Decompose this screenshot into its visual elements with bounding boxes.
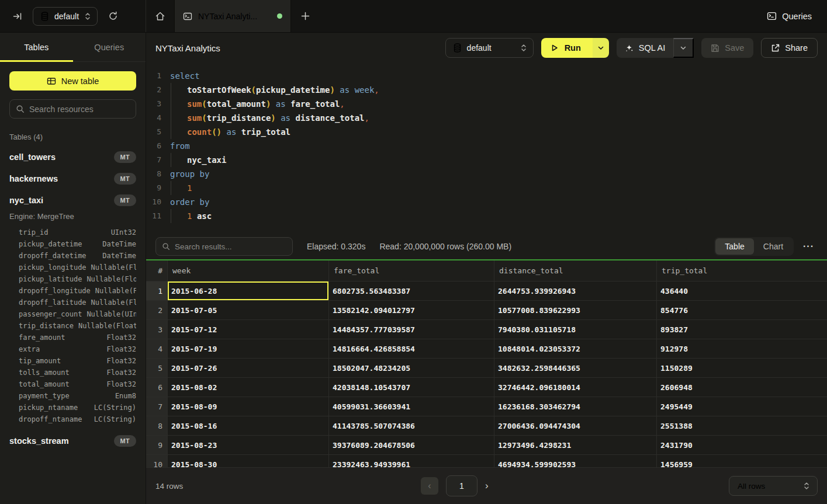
table-cell[interactable]: 41143785.507074386 [329,416,494,435]
new-tab-button[interactable] [291,0,319,32]
page-size-select[interactable]: All rows [729,476,818,496]
sql-editor[interactable]: 1select2toStartOfWeek(pickup_datetime) a… [146,63,827,234]
table-cell[interactable]: 2606948 [657,378,827,397]
table-cell[interactable]: 6802735.563483387 [329,281,494,300]
row-number: 5 [146,359,168,377]
table-cell[interactable]: 2015-08-16 [168,416,329,435]
table-cell[interactable]: 893827 [657,320,827,339]
sidebar-item-cell_towers[interactable]: cell_towersMT [9,151,136,163]
token: , [340,99,344,109]
database-icon [453,43,462,53]
table-cell[interactable]: 2015-07-12 [168,320,329,339]
table-row: 22015-07-0513582142.09401279710577008.83… [146,301,827,320]
view-tab-table[interactable]: Table [715,238,753,255]
run-button[interactable]: Run [541,38,593,58]
table-cell[interactable]: 42038148.10543707 [329,378,494,397]
tables-list: cell_towersMThackernewsMTnyc_taxiMTEngin… [9,151,136,447]
code-text: order by [170,195,209,209]
table-cell[interactable]: 14816664.426858854 [329,339,494,358]
share-button[interactable]: Share [761,38,818,58]
collapse-sidebar-button[interactable] [13,12,22,21]
column-type: DateTime [102,252,136,260]
refresh-button[interactable] [108,11,118,21]
current-page-indicator[interactable]: 1 [446,475,477,496]
header-cell-distance_total[interactable]: distance_total [494,260,657,281]
database-select[interactable]: default [33,7,98,26]
refresh-icon [108,11,118,21]
code-text: toStartOfWeek(pickup_datetime) as week, [170,83,379,97]
line-number: 5 [146,125,161,139]
table-cell[interactable]: 10848014.023053372 [494,339,657,358]
column-name: dropoff_latitude [19,298,86,307]
table-cell[interactable]: 27006436.094474304 [494,416,657,435]
more-options-button[interactable]: ··· [800,241,818,252]
previous-page-button[interactable]: ‹ [421,477,438,495]
table-cell[interactable]: 4694934.599902593 [494,455,657,467]
table-cell[interactable]: 13582142.094012797 [329,301,494,319]
run-button-label: Run [565,43,581,53]
column-type: Float32 [106,369,136,377]
token: distance_total [295,113,364,123]
table-cell[interactable]: 3482632.2598446365 [494,359,657,377]
search-results-input[interactable] [175,242,286,251]
home-button[interactable] [146,0,174,32]
sql-ai-options-button[interactable] [673,38,694,58]
table-cell[interactable]: 912978 [657,339,827,358]
table-cell[interactable]: 18502047.48234205 [329,359,494,377]
run-options-button[interactable] [593,38,609,58]
topbar-right-section: Queries [767,0,827,32]
header-cell-trip_total[interactable]: trip_total [657,260,827,281]
table-cell[interactable]: 16236168.303462794 [494,397,657,416]
table-cell[interactable]: 14484357.777039587 [329,320,494,339]
sidebar-content: New table Tables (4) cell_towersMThacker… [0,62,146,504]
save-button[interactable]: Save [701,38,753,58]
table-cell[interactable]: 2015-08-02 [168,378,329,397]
row-number: 7 [146,397,168,416]
app-window: default NYTaxi Analyti.. [0,0,827,504]
table-cell[interactable]: 2015-07-19 [168,339,329,358]
table-cell[interactable]: 2015-07-26 [168,359,329,377]
sidebar-item-stocks_stream[interactable]: stocks_streamMT [9,435,136,447]
code-text: 1 [170,181,192,195]
new-table-button[interactable]: New table [9,71,136,91]
table-cell[interactable]: 7940380.031105718 [494,320,657,339]
sidebar-item-nyc_taxi[interactable]: nyc_taxiMT [9,194,136,206]
table-cell[interactable]: 39376089.204678506 [329,436,494,454]
table-cell[interactable]: 2495449 [657,397,827,416]
tab-tables[interactable]: Tables [0,33,73,61]
table-cell[interactable]: 1456959 [657,455,827,467]
next-page-button[interactable]: › [485,480,489,492]
table-cell[interactable]: 854776 [657,301,827,319]
results-view-controls: Table Chart ··· [714,237,818,256]
table-cell[interactable]: 2551388 [657,416,827,435]
table-cell[interactable]: 2015-08-09 [168,397,329,416]
table-cell[interactable]: 2644753.939926943 [494,281,657,300]
table-cell[interactable]: 1150289 [657,359,827,377]
database-select[interactable]: default [445,38,534,58]
top-bar: default NYTaxi Analyti.. [0,0,827,33]
table-cell[interactable]: 2015-07-05 [168,301,329,319]
table-cell[interactable]: 12973496.4298231 [494,436,657,454]
table-cell[interactable]: 10577008.839622993 [494,301,657,319]
view-tab-chart[interactable]: Chart [754,238,793,255]
table-cell[interactable]: 436440 [657,281,827,300]
header-cell-fare_total[interactable]: fare_total [329,260,494,281]
play-icon [551,44,559,52]
token: count [187,127,212,137]
chevron-down-icon [597,44,604,51]
table-cell[interactable]: 23392463.94939961 [329,455,494,467]
table-cell[interactable]: 2015-06-28 [168,281,329,300]
sql-ai-button[interactable]: SQL AI [617,38,673,58]
tab-queries[interactable]: Queries [73,33,146,61]
tab-nytaxi-analytics[interactable]: NYTaxi Analyti... [174,0,291,32]
queries-button[interactable]: Queries [767,11,812,21]
table-cell[interactable]: 32746442.096180014 [494,378,657,397]
table-cell[interactable]: 40599031.36603941 [329,397,494,416]
search-resources-input[interactable] [29,105,130,114]
sidebar-item-hackernews[interactable]: hackernewsMT [9,173,136,185]
table-cell[interactable]: 2431790 [657,436,827,454]
table-cell[interactable]: 2015-08-30 [168,455,329,467]
column-name: passenger_count [19,310,82,318]
header-cell-week[interactable]: week [168,260,329,281]
table-cell[interactable]: 2015-08-23 [168,436,329,454]
